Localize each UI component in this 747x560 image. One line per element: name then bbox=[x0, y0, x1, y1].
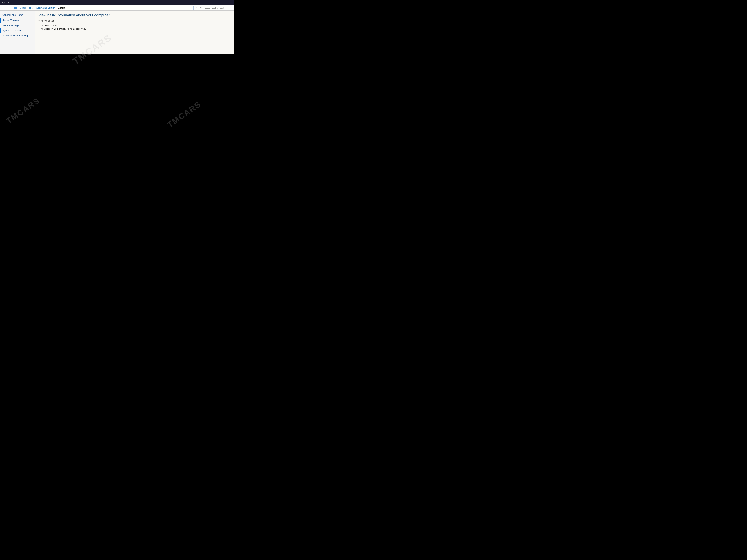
system-window: ← → ↑ Control Panel › System and Securit… bbox=[0, 5, 234, 59]
forward-button[interactable]: → bbox=[6, 6, 10, 10]
dropdown-button[interactable]: ▾ bbox=[194, 6, 198, 10]
content-area: Control Panel Home Device Manager Remote… bbox=[0, 10, 234, 54]
sidebar-item-system-protection[interactable]: System protection bbox=[0, 28, 34, 33]
sidebar-item-advanced-system-settings[interactable]: Advanced system settings bbox=[0, 33, 34, 38]
address-bar: ← → ↑ Control Panel › System and Securit… bbox=[0, 5, 234, 10]
page-title: View basic information about your comput… bbox=[38, 13, 231, 18]
main-content: View basic information about your comput… bbox=[35, 10, 234, 54]
address-actions: ▾ ⟳ bbox=[194, 6, 203, 10]
sidebar-item-control-panel-home[interactable]: Control Panel Home bbox=[0, 12, 34, 18]
titlebar-title: System bbox=[1, 1, 9, 4]
search-input[interactable] bbox=[204, 6, 233, 10]
back-button[interactable]: ← bbox=[1, 6, 5, 10]
copyright-text: © Microsoft Corporation. All rights rese… bbox=[38, 27, 231, 31]
windows-version: Windows 10 Pro bbox=[38, 24, 231, 27]
breadcrumb: Control Panel › System and Security › Sy… bbox=[18, 6, 194, 10]
titlebar: System bbox=[0, 0, 234, 5]
sidebar: Control Panel Home Device Manager Remote… bbox=[0, 10, 35, 54]
breadcrumb-system-security[interactable]: System and Security bbox=[35, 7, 55, 9]
windows-edition-label: Windows edition bbox=[38, 20, 54, 22]
breadcrumb-sep-1: › bbox=[34, 7, 34, 9]
sidebar-item-remote-settings[interactable]: Remote settings bbox=[0, 23, 34, 28]
breadcrumb-sep-2: › bbox=[56, 7, 57, 9]
refresh-button[interactable]: ⟳ bbox=[199, 6, 203, 10]
up-button[interactable]: ↑ bbox=[10, 6, 13, 10]
black-area bbox=[0, 54, 234, 176]
breadcrumb-control-panel[interactable]: Control Panel bbox=[20, 7, 33, 9]
sidebar-item-device-manager[interactable]: Device Manager bbox=[0, 18, 34, 23]
windows-edition-section: Windows edition bbox=[38, 20, 231, 22]
breadcrumb-system: System bbox=[58, 7, 65, 9]
computer-icon bbox=[14, 7, 17, 9]
